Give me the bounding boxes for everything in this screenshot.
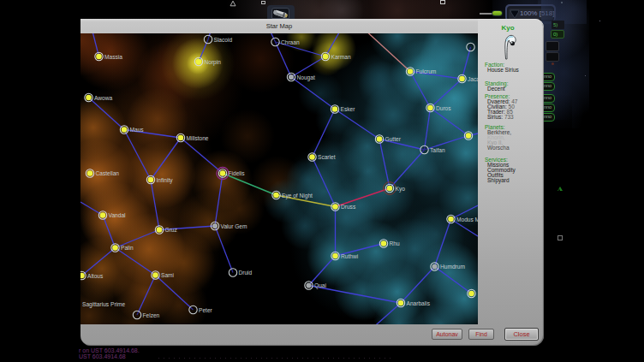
svg-text:Palin: Palin [121,245,134,251]
svg-text:Vandal: Vandal [109,212,127,218]
svg-text:Jacana: Jacana [468,76,478,82]
svg-text:Druid: Druid [239,270,253,276]
svg-text:Esker: Esker [341,106,356,112]
svg-text:Fidelis: Fidelis [229,170,246,176]
svg-text:Infinity: Infinity [157,177,174,184]
svg-text:Sagittarius Prime: Sagittarius Prime [82,301,126,308]
svg-text:Karman: Karman [331,54,351,60]
svg-text:Slacoid: Slacoid [214,37,233,43]
svg-text:Massia: Massia [104,54,122,60]
svg-text:Sami: Sami [161,272,175,278]
svg-text:Duros: Duros [436,105,451,111]
svg-text:Taifan: Taifan [430,147,445,153]
svg-text:Scarlet: Scarlet [318,154,336,160]
svg-text:Maus: Maus [130,127,145,133]
svg-text:Modus Mundi: Modus Mundi [456,217,478,223]
svg-text:Kyo: Kyo [396,186,406,193]
svg-text:Druss: Druss [341,204,356,210]
svg-text:Millstone: Millstone [187,135,209,141]
svg-text:Altous: Altous [87,273,104,279]
svg-text:Chraan: Chraan [281,39,300,45]
svg-text:Gruz: Gruz [165,227,177,233]
svg-text:Anarbalis: Anarbalis [407,300,431,306]
svg-text:Norpin: Norpin [205,59,222,66]
svg-text:Rhu: Rhu [390,240,400,246]
svg-text:Nougat: Nougat [297,74,315,81]
svg-text:Awowa: Awowa [94,95,112,101]
svg-text:Ruthwi: Ruthwi [341,253,359,259]
svg-text:Valur Gem: Valur Gem [221,223,248,229]
svg-text:Humdrum: Humdrum [440,264,465,270]
svg-text:Peter: Peter [199,307,213,313]
svg-text:Eye of Night: Eye of Night [282,193,313,199]
svg-text:Gutter: Gutter [385,136,402,142]
svg-text:Felzen: Felzen [143,312,160,318]
svg-text:Quai: Quai [314,282,326,289]
svg-text:Castellan: Castellan [96,170,120,176]
svg-text:Fulcrum: Fulcrum [416,68,437,74]
